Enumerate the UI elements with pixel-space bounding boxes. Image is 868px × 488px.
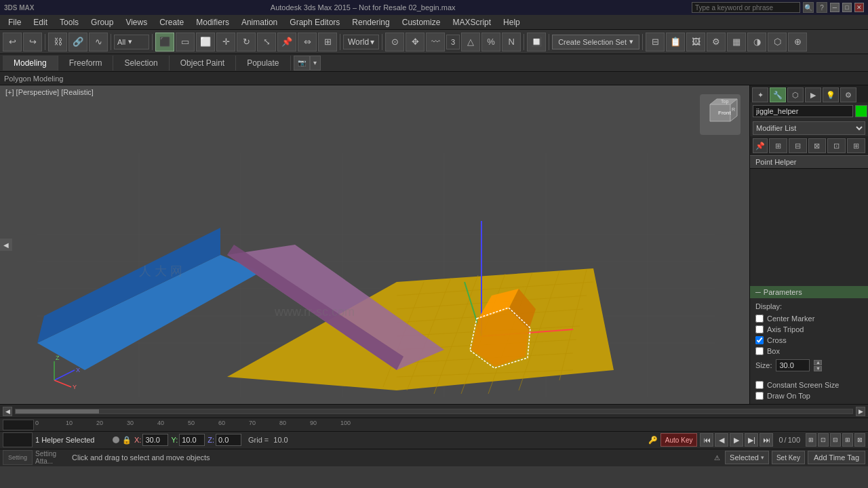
viewport[interactable]: [+] [Perspective] [Realistic] bbox=[0, 85, 749, 404]
size-input[interactable] bbox=[776, 359, 810, 371]
panel-tab-utilities[interactable]: ⚙ bbox=[840, 87, 856, 102]
panel-tab-create[interactable]: ✦ bbox=[752, 87, 768, 102]
create-selection-set[interactable]: Create Selection Set ▾ bbox=[552, 35, 639, 49]
parameters-header[interactable]: ─ Parameters bbox=[750, 286, 868, 298]
select-and-link-button[interactable]: ⛓ bbox=[48, 33, 67, 52]
pb-btn2[interactable]: ⊡ bbox=[818, 433, 829, 447]
draw-on-top-checkbox[interactable] bbox=[755, 392, 764, 400]
timeline-left-arrow[interactable]: ◀ bbox=[3, 407, 12, 416]
pb-btn4[interactable]: ⊞ bbox=[842, 433, 853, 447]
size-spinner-up[interactable]: ▲ ▼ bbox=[814, 360, 822, 371]
prev-frame-button[interactable]: ⏮ bbox=[700, 433, 713, 447]
pin-button[interactable]: 📌 bbox=[753, 138, 768, 153]
maximize-button[interactable]: □ bbox=[842, 3, 852, 12]
play-button[interactable]: ▶ bbox=[730, 433, 743, 447]
center-marker-checkbox[interactable] bbox=[755, 314, 764, 323]
select-crossing-button[interactable]: ⬜ bbox=[196, 33, 215, 52]
stack-btn2[interactable]: ⊟ bbox=[789, 138, 807, 153]
stack-btn3[interactable]: ⊠ bbox=[808, 138, 827, 153]
selected-dropdown[interactable]: Selected ▾ bbox=[725, 451, 769, 464]
timeline-right-arrow[interactable]: ▶ bbox=[856, 407, 865, 416]
constant-screen-size-checkbox[interactable] bbox=[755, 381, 764, 389]
modifier-list-select[interactable]: Modifier List bbox=[753, 121, 865, 135]
open-render-button[interactable]: 🖼 bbox=[686, 33, 705, 52]
percent-snap-button[interactable]: % bbox=[481, 33, 500, 52]
undo-button[interactable]: ↩ bbox=[3, 33, 22, 52]
graph-button[interactable]: ✥ bbox=[406, 33, 425, 52]
stack-btn4[interactable]: ⊡ bbox=[827, 138, 846, 153]
subtab-object-paint[interactable]: Object Paint bbox=[170, 56, 236, 70]
prev-button[interactable]: ◀ bbox=[715, 433, 728, 447]
open-slate-button[interactable]: 📋 bbox=[666, 33, 685, 52]
minimize-button[interactable]: ─ bbox=[830, 3, 840, 12]
search-input[interactable] bbox=[692, 2, 800, 13]
subtab-selection[interactable]: Selection bbox=[113, 56, 169, 70]
timeline-thumb[interactable] bbox=[16, 409, 99, 413]
help-icon[interactable]: ? bbox=[816, 2, 827, 13]
panel-tab-hierarchy[interactable]: ⬡ bbox=[787, 87, 804, 102]
active-shade-button[interactable]: ◑ bbox=[747, 33, 766, 52]
panel-tab-motion[interactable]: ▶ bbox=[805, 87, 821, 102]
notification-icon[interactable]: ⚠ bbox=[711, 452, 722, 463]
select-rotate-button[interactable]: ↻ bbox=[237, 33, 256, 52]
next-button[interactable]: ▶| bbox=[745, 433, 758, 447]
camera-toggle-arrow[interactable]: ▾ bbox=[310, 56, 321, 70]
menubar-item-group[interactable]: Group bbox=[85, 16, 119, 28]
mirror-button[interactable]: ⇔ bbox=[298, 33, 317, 52]
z-input[interactable] bbox=[216, 434, 241, 446]
world-dropdown[interactable]: World ▾ bbox=[343, 35, 379, 49]
lock-icon[interactable]: 🔒 bbox=[122, 435, 132, 445]
redo-button[interactable]: ↪ bbox=[23, 33, 42, 52]
select-object-button[interactable]: ⬛ bbox=[155, 33, 174, 52]
select-region-button[interactable]: ▭ bbox=[176, 33, 195, 52]
menubar-item-create[interactable]: Create bbox=[154, 16, 189, 28]
timeline-scrollbar[interactable] bbox=[15, 409, 853, 414]
selection-filter-dropdown[interactable]: All ▾ bbox=[114, 35, 149, 49]
menubar-item-modifiers[interactable]: Modifiers bbox=[191, 16, 235, 28]
menubar-item-tools[interactable]: Tools bbox=[54, 16, 84, 28]
n-snap-button[interactable]: N bbox=[502, 33, 521, 52]
set-key-button[interactable]: Set Key bbox=[772, 451, 805, 464]
axis-tripod-checkbox[interactable] bbox=[755, 325, 764, 333]
unlink-button[interactable]: 🔗 bbox=[68, 33, 87, 52]
subtab-freeform[interactable]: Freeform bbox=[58, 56, 114, 70]
cross-checkbox[interactable] bbox=[755, 336, 764, 344]
next-frame-button[interactable]: ⏭ bbox=[760, 433, 773, 447]
select-move-button[interactable]: ✛ bbox=[216, 33, 235, 52]
viewcube[interactable]: Front R Top bbox=[696, 91, 744, 138]
render-button[interactable]: 🔲 bbox=[527, 33, 546, 52]
render-setup-button[interactable]: ⚙ bbox=[707, 33, 726, 52]
stack-btn1[interactable]: ⊞ bbox=[769, 138, 787, 153]
menubar-item-views[interactable]: Views bbox=[120, 16, 153, 28]
object-name-input[interactable]: jiggle_helper bbox=[753, 105, 853, 117]
object-color-box[interactable] bbox=[855, 105, 867, 117]
key-icon[interactable]: 🔑 bbox=[648, 436, 658, 445]
extra-btn2[interactable]: ⊕ bbox=[788, 33, 807, 52]
menubar-item-customize[interactable]: Customize bbox=[397, 16, 446, 28]
curve-editor-button[interactable]: 〰 bbox=[426, 33, 445, 52]
auto-key-button[interactable]: Auto Key bbox=[660, 433, 698, 447]
select-scale-button[interactable]: ⤡ bbox=[257, 33, 276, 52]
panel-tab-modify[interactable]: 🔧 bbox=[770, 87, 786, 102]
menubar-item-maxscript[interactable]: MAXScript bbox=[447, 16, 496, 28]
menubar-item-edit[interactable]: Edit bbox=[28, 16, 53, 28]
menubar-item-animation[interactable]: Animation bbox=[236, 16, 283, 28]
viewport-nav-left[interactable]: ◀ bbox=[0, 239, 12, 251]
menubar-item-help[interactable]: Help bbox=[498, 16, 526, 28]
camera-toggle[interactable]: 📷 bbox=[294, 56, 310, 70]
rendered-frame-button[interactable]: ▦ bbox=[727, 33, 746, 52]
bind-space-warp-button[interactable]: ∿ bbox=[89, 33, 108, 52]
subtab-modeling[interactable]: Modeling bbox=[3, 56, 58, 70]
angle-snap-button[interactable]: △ bbox=[461, 33, 480, 52]
align-button[interactable]: ⊞ bbox=[318, 33, 337, 52]
schematic-view-button[interactable]: ⊟ bbox=[646, 33, 665, 52]
extra-btn1[interactable]: ⬡ bbox=[768, 33, 787, 52]
layer-manager-button[interactable]: ⊙ bbox=[385, 33, 404, 52]
y-input[interactable] bbox=[179, 434, 205, 446]
close-button[interactable]: ✕ bbox=[854, 3, 864, 12]
pb-btn5[interactable]: ⊠ bbox=[854, 433, 865, 447]
add-time-tag-button[interactable]: Add Time Tag bbox=[808, 451, 865, 464]
menubar-item-file[interactable]: File bbox=[3, 16, 26, 28]
pb-btn3[interactable]: ⊟ bbox=[830, 433, 841, 447]
x-input[interactable] bbox=[142, 434, 168, 446]
